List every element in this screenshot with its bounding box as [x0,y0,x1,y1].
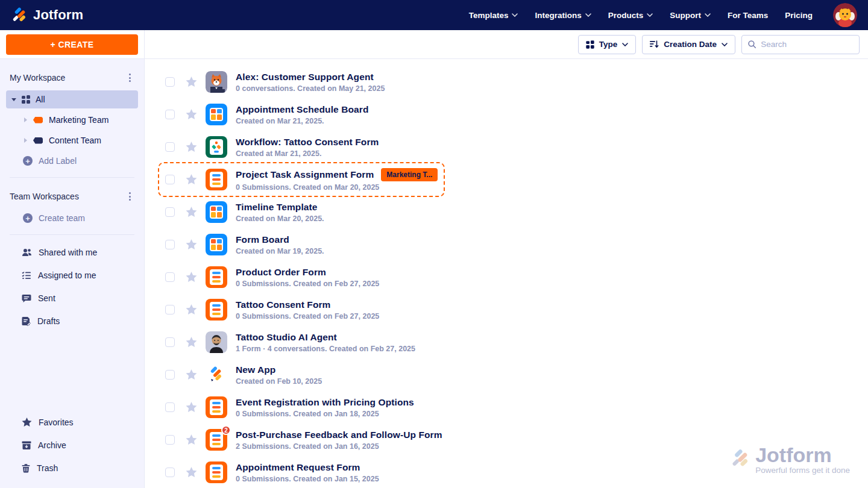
nav-pricing[interactable]: Pricing [785,11,813,20]
sidebar-divider [10,234,134,235]
row-checkbox[interactable] [165,207,175,217]
item-subtitle: 2 Submissions. Created on Jan 16, 2025 [236,442,442,451]
item-title[interactable]: Project Task Assignment Form [236,169,374,180]
jotform-logo[interactable]: Jotform [11,7,83,23]
nav-for-teams[interactable]: For Teams [728,11,768,20]
label-badge[interactable]: Marketing T... [381,168,438,181]
nav-integrations[interactable]: Integrations [535,11,591,20]
row-text: Appointment Schedule BoardCreated on Mar… [236,104,368,125]
item-title[interactable]: Event Registration with Pricing Options [236,397,414,408]
favorite-star-icon[interactable] [186,272,197,283]
item-title[interactable]: Timeline Template [236,202,318,213]
trash-icon [22,464,30,473]
list-item[interactable]: Project Task Assignment FormMarketing T.… [165,166,438,193]
sidebar-spacer [0,333,144,411]
sidebar-item-archive[interactable]: Archive [0,434,144,457]
item-title[interactable]: Post-Purchase Feedback and Follow-Up For… [236,430,442,440]
sidebar-item-favorites[interactable]: Favorites [0,411,144,434]
sidebar-item-shared-with-me[interactable]: Shared with me [0,241,144,264]
favorite-star-icon[interactable] [186,304,197,315]
item-title[interactable]: Tattoo Consent Form [236,299,330,310]
row-checkbox[interactable] [165,468,175,477]
caret-right-icon[interactable] [24,138,27,143]
sidebar-item-drafts[interactable]: Drafts [0,310,144,333]
caret-down-icon[interactable] [11,98,16,101]
item-title[interactable]: Tattoo Studio AI Agent [236,332,337,343]
row-text: Event Registration with Pricing Options0… [236,397,414,418]
list-item[interactable]: New AppCreated on Feb 10, 2025 [165,361,322,388]
row-checkbox[interactable] [165,435,175,445]
favorite-star-icon[interactable] [186,239,197,250]
row-checkbox[interactable] [165,175,175,184]
list-item[interactable]: Tattoo Studio AI Agent1 Form · 4 convers… [165,329,415,355]
favorite-star-icon[interactable] [186,337,197,348]
favorite-star-icon[interactable] [186,174,197,185]
favorite-star-icon[interactable] [186,402,197,413]
row-checkbox[interactable] [165,337,175,347]
list-item[interactable]: Event Registration with Pricing Options0… [165,394,414,421]
favorite-star-icon[interactable] [186,142,197,152]
item-title[interactable]: Form Board [236,234,289,245]
sidebar-item-assigned-to-me[interactable]: Assigned to me [0,264,144,287]
row-checkbox[interactable] [165,240,175,249]
sidebar-item-marketing-team[interactable]: Marketing Team [0,110,144,130]
add-label-button[interactable]: + Add Label [0,151,144,171]
list-item[interactable]: Tattoo Consent Form0 Submissions. Create… [165,296,379,323]
sidebar-item-sent[interactable]: Sent [0,287,144,310]
create-button[interactable]: + CREATE [6,34,138,55]
list-item[interactable]: 2Post-Purchase Feedback and Follow-Up Fo… [165,427,442,453]
favorite-star-icon[interactable] [186,207,197,217]
item-title[interactable]: Product Order Form [236,267,326,278]
item-title[interactable]: New App [236,364,275,375]
list-item[interactable]: Appointment Schedule BoardCreated on Mar… [165,101,368,128]
list-item[interactable]: Alex: Customer Support Agent0 conversati… [165,69,385,95]
list-item[interactable]: Appointment Request Form0 Submissions. C… [165,459,379,486]
item-title[interactable]: Workflow: Tattoo Consent Form [236,137,379,148]
user-avatar[interactable] [833,3,857,27]
favorite-star-icon[interactable] [186,77,197,87]
sidebar-body: My Workspace All Marketing Team Content … [0,59,144,488]
team-workspaces-menu-icon[interactable] [125,190,134,203]
search-input[interactable] [761,40,853,49]
favorite-star-icon[interactable] [186,434,197,445]
caret-right-icon[interactable] [24,117,27,122]
list-item[interactable]: Workflow: Tattoo Consent FormCreated at … [165,134,379,160]
create-team-button[interactable]: + Create team [0,208,144,228]
favorite-star-icon[interactable] [186,369,197,380]
item-subtitle: Created on Mar 20, 2025. [236,214,324,223]
sidebar-item-trash[interactable]: Trash [0,457,144,480]
favorite-star-icon[interactable] [186,467,197,478]
item-title[interactable]: Appointment Schedule Board [236,104,368,115]
sidebar-item-label: Shared with me [39,248,97,257]
row-checkbox[interactable] [165,77,175,87]
type-filter-button[interactable]: Type [578,35,637,54]
nav-templates[interactable]: Templates [469,11,518,20]
row-text: Timeline TemplateCreated on Mar 20, 2025… [236,202,324,223]
row-text: Product Order Form0 Submissions. Created… [236,267,379,288]
list-item[interactable]: Product Order Form0 Submissions. Created… [165,264,379,290]
row-checkbox[interactable] [165,142,175,152]
favorite-star-icon[interactable] [186,109,197,120]
row-checkbox[interactable] [165,110,175,119]
nav-support[interactable]: Support [670,11,711,20]
row-checkbox[interactable] [165,272,175,282]
sidebar-item-all[interactable]: All [6,90,138,108]
sort-button[interactable]: Creation Date [642,35,735,54]
row-checkbox[interactable] [165,370,175,380]
add-label-text: Add Label [39,156,77,166]
search-icon [748,40,756,49]
sidebar-item-content-team[interactable]: Content Team [0,130,144,151]
list-item[interactable]: Timeline TemplateCreated on Mar 20, 2025… [165,199,324,225]
list-item[interactable]: Form BoardCreated on Mar 19, 2025. [165,231,324,258]
board-icon [206,201,227,223]
item-title[interactable]: Appointment Request Form [236,462,360,473]
nav-products[interactable]: Products [608,11,653,20]
checklist-icon [22,271,31,280]
item-title[interactable]: Alex: Customer Support Agent [236,72,374,83]
sort-icon [650,40,659,49]
jotform-logo-text: Jotform [33,7,83,23]
my-workspace-menu-icon[interactable] [125,71,134,84]
row-checkbox[interactable] [165,305,175,314]
sidebar-item-label: Sent [38,293,55,303]
row-checkbox[interactable] [165,402,175,412]
